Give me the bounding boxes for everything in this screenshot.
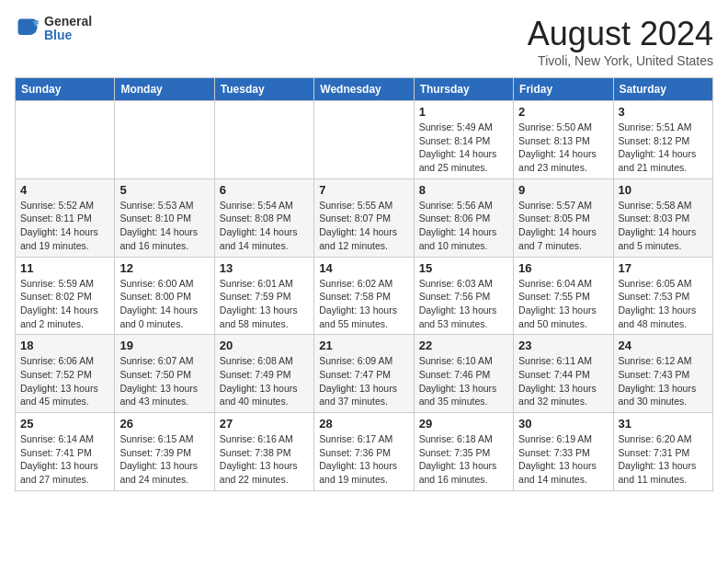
calendar-day-cell: 9Sunrise: 5:57 AM Sunset: 8:05 PM Daylig… — [514, 178, 613, 257]
day-number: 19 — [119, 339, 209, 352]
day-number: 18 — [20, 339, 109, 352]
day-info: Sunrise: 6:01 AM Sunset: 7:59 PM Dayligh… — [220, 277, 309, 331]
calendar-day-cell: 16Sunrise: 6:04 AM Sunset: 7:55 PM Dayli… — [514, 257, 613, 335]
calendar-day-cell: 14Sunrise: 6:02 AM Sunset: 7:58 PM Dayli… — [314, 257, 414, 335]
day-info: Sunrise: 6:09 AM Sunset: 7:47 PM Dayligh… — [319, 354, 408, 408]
calendar-day-cell: 23Sunrise: 6:11 AM Sunset: 7:44 PM Dayli… — [514, 335, 613, 413]
day-info: Sunrise: 5:54 AM Sunset: 8:08 PM Dayligh… — [220, 199, 309, 253]
day-info: Sunrise: 6:11 AM Sunset: 7:44 PM Dayligh… — [518, 354, 608, 408]
day-number: 31 — [619, 417, 708, 431]
calendar-day-cell: 6Sunrise: 5:54 AM Sunset: 8:08 PM Daylig… — [214, 178, 313, 257]
calendar-day-cell: 4Sunrise: 5:52 AM Sunset: 8:11 PM Daylig… — [16, 178, 115, 257]
day-info: Sunrise: 5:49 AM Sunset: 8:14 PM Dayligh… — [419, 121, 508, 175]
day-number: 1 — [419, 105, 508, 119]
calendar-day-cell: 30Sunrise: 6:19 AM Sunset: 7:33 PM Dayli… — [514, 413, 613, 491]
calendar-day-cell — [115, 101, 214, 179]
calendar-day-cell: 2Sunrise: 5:50 AM Sunset: 8:13 PM Daylig… — [514, 101, 613, 179]
day-info: Sunrise: 5:53 AM Sunset: 8:10 PM Dayligh… — [119, 199, 209, 253]
calendar-day-cell: 15Sunrise: 6:03 AM Sunset: 7:56 PM Dayli… — [414, 257, 513, 335]
calendar-day-cell: 7Sunrise: 5:55 AM Sunset: 8:07 PM Daylig… — [314, 178, 414, 257]
day-number: 30 — [518, 417, 608, 431]
day-number: 6 — [220, 183, 309, 197]
calendar-day-cell: 26Sunrise: 6:15 AM Sunset: 7:39 PM Dayli… — [115, 413, 214, 491]
day-number: 8 — [419, 183, 508, 197]
day-info: Sunrise: 6:20 AM Sunset: 7:31 PM Dayligh… — [619, 432, 708, 487]
calendar-week-row: 11Sunrise: 5:59 AM Sunset: 8:02 PM Dayli… — [16, 257, 713, 335]
day-info: Sunrise: 6:14 AM Sunset: 7:41 PM Dayligh… — [20, 432, 109, 487]
day-info: Sunrise: 5:50 AM Sunset: 8:13 PM Dayligh… — [518, 121, 608, 175]
calendar-day-cell: 17Sunrise: 6:05 AM Sunset: 7:53 PM Dayli… — [613, 257, 712, 335]
day-number: 13 — [220, 261, 309, 275]
day-info: Sunrise: 6:15 AM Sunset: 7:39 PM Dayligh… — [119, 432, 209, 487]
day-number: 15 — [419, 261, 508, 275]
calendar-table: SundayMondayTuesdayWednesdayThursdayFrid… — [15, 77, 713, 491]
month-title: August 2024 — [528, 15, 713, 53]
day-info: Sunrise: 5:58 AM Sunset: 8:03 PM Dayligh… — [619, 199, 708, 253]
title-block: August 2024 Tivoli, New York, United Sta… — [528, 15, 713, 68]
weekday-header: Thursday — [414, 78, 513, 101]
day-info: Sunrise: 5:51 AM Sunset: 8:12 PM Dayligh… — [619, 121, 708, 175]
day-number: 14 — [319, 261, 408, 275]
calendar-day-cell: 24Sunrise: 6:12 AM Sunset: 7:43 PM Dayli… — [613, 335, 712, 413]
day-number: 3 — [619, 105, 708, 119]
calendar-day-cell: 31Sunrise: 6:20 AM Sunset: 7:31 PM Dayli… — [613, 413, 712, 491]
day-number: 26 — [119, 417, 209, 431]
day-number: 2 — [518, 105, 608, 119]
weekday-header: Sunday — [16, 78, 115, 101]
day-info: Sunrise: 6:03 AM Sunset: 7:56 PM Dayligh… — [419, 277, 508, 331]
calendar-day-cell — [314, 101, 414, 179]
calendar-day-cell: 25Sunrise: 6:14 AM Sunset: 7:41 PM Dayli… — [16, 413, 115, 491]
day-number: 17 — [619, 261, 708, 275]
calendar-day-cell: 5Sunrise: 5:53 AM Sunset: 8:10 PM Daylig… — [115, 178, 214, 257]
day-info: Sunrise: 5:59 AM Sunset: 8:02 PM Dayligh… — [20, 277, 109, 331]
day-number: 4 — [20, 183, 109, 197]
calendar-day-cell: 21Sunrise: 6:09 AM Sunset: 7:47 PM Dayli… — [314, 335, 414, 413]
day-info: Sunrise: 5:52 AM Sunset: 8:11 PM Dayligh… — [20, 199, 109, 253]
logo: General Blue — [15, 15, 92, 43]
calendar-day-cell: 13Sunrise: 6:01 AM Sunset: 7:59 PM Dayli… — [214, 257, 313, 335]
day-info: Sunrise: 6:05 AM Sunset: 7:53 PM Dayligh… — [619, 277, 708, 331]
day-info: Sunrise: 5:57 AM Sunset: 8:05 PM Dayligh… — [518, 199, 608, 253]
page-header: General Blue August 2024 Tivoli, New Yor… — [15, 15, 713, 68]
day-number: 7 — [319, 183, 408, 197]
calendar-day-cell: 3Sunrise: 5:51 AM Sunset: 8:12 PM Daylig… — [613, 101, 712, 179]
location-text: Tivoli, New York, United States — [528, 53, 713, 68]
calendar-day-cell: 28Sunrise: 6:17 AM Sunset: 7:36 PM Dayli… — [314, 413, 414, 491]
day-number: 23 — [518, 339, 608, 352]
day-number: 27 — [220, 417, 309, 431]
calendar-week-row: 4Sunrise: 5:52 AM Sunset: 8:11 PM Daylig… — [16, 178, 713, 257]
calendar-day-cell: 29Sunrise: 6:18 AM Sunset: 7:35 PM Dayli… — [414, 413, 513, 491]
day-number: 12 — [119, 261, 209, 275]
calendar-day-cell: 18Sunrise: 6:06 AM Sunset: 7:52 PM Dayli… — [16, 335, 115, 413]
logo-general-text: General — [44, 15, 92, 29]
day-number: 28 — [319, 417, 408, 431]
day-info: Sunrise: 6:12 AM Sunset: 7:43 PM Dayligh… — [619, 354, 708, 408]
day-info: Sunrise: 6:04 AM Sunset: 7:55 PM Dayligh… — [518, 277, 608, 331]
day-info: Sunrise: 6:10 AM Sunset: 7:46 PM Dayligh… — [419, 354, 508, 408]
calendar-day-cell — [214, 101, 313, 179]
calendar-day-cell: 22Sunrise: 6:10 AM Sunset: 7:46 PM Dayli… — [414, 335, 513, 413]
calendar-day-cell — [16, 101, 115, 179]
day-info: Sunrise: 5:56 AM Sunset: 8:06 PM Dayligh… — [419, 199, 508, 253]
calendar-day-cell: 12Sunrise: 6:00 AM Sunset: 8:00 PM Dayli… — [115, 257, 214, 335]
calendar-week-row: 18Sunrise: 6:06 AM Sunset: 7:52 PM Dayli… — [16, 335, 713, 413]
day-number: 10 — [619, 183, 708, 197]
calendar-day-cell: 27Sunrise: 6:16 AM Sunset: 7:38 PM Dayli… — [214, 413, 313, 491]
weekday-header: Monday — [115, 78, 214, 101]
calendar-day-cell: 8Sunrise: 5:56 AM Sunset: 8:06 PM Daylig… — [414, 178, 513, 257]
logo-icon — [15, 16, 40, 41]
weekday-header: Wednesday — [314, 78, 414, 101]
calendar-week-row: 25Sunrise: 6:14 AM Sunset: 7:41 PM Dayli… — [16, 413, 713, 491]
day-info: Sunrise: 6:07 AM Sunset: 7:50 PM Dayligh… — [119, 354, 209, 408]
day-number: 20 — [220, 339, 309, 352]
calendar-week-row: 1Sunrise: 5:49 AM Sunset: 8:14 PM Daylig… — [16, 101, 713, 179]
calendar-header-row: SundayMondayTuesdayWednesdayThursdayFrid… — [16, 78, 713, 101]
day-number: 24 — [619, 339, 708, 352]
calendar-day-cell: 10Sunrise: 5:58 AM Sunset: 8:03 PM Dayli… — [613, 178, 712, 257]
day-info: Sunrise: 6:02 AM Sunset: 7:58 PM Dayligh… — [319, 277, 408, 331]
day-info: Sunrise: 6:00 AM Sunset: 8:00 PM Dayligh… — [119, 277, 209, 331]
logo-text: General Blue — [44, 15, 92, 43]
day-number: 5 — [119, 183, 209, 197]
day-number: 22 — [419, 339, 508, 352]
day-number: 29 — [419, 417, 508, 431]
